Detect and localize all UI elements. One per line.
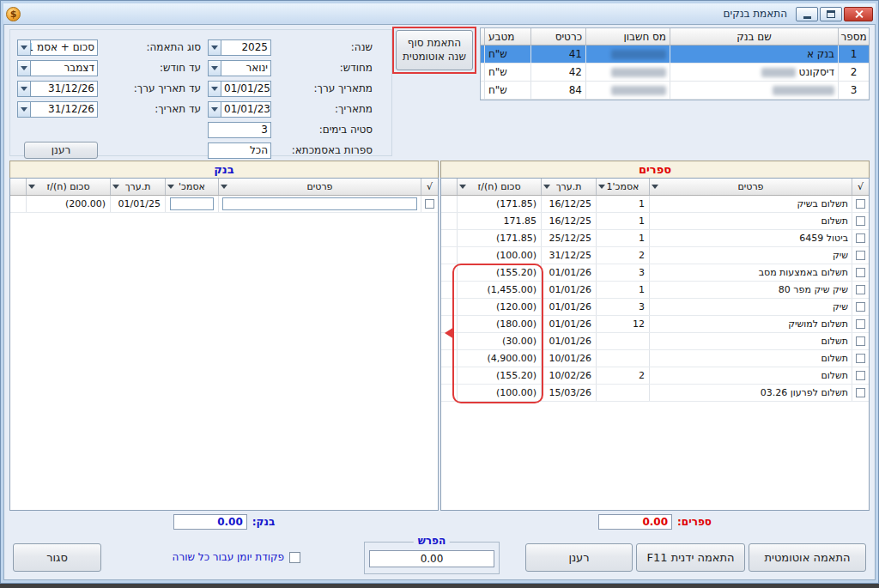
row-checkbox[interactable] <box>856 388 865 397</box>
details-input[interactable] <box>222 197 417 210</box>
days-deviation-input[interactable]: 3 <box>208 122 271 138</box>
chevron-down-icon <box>18 102 31 117</box>
cell-date: 01/01/26 <box>541 264 596 281</box>
row-checkbox[interactable] <box>856 233 865 243</box>
days-deviation-label: סטיה בימים: <box>271 124 373 136</box>
row-checkbox[interactable] <box>856 302 865 312</box>
year-select[interactable]: 2025 <box>208 39 271 56</box>
match-type-select[interactable]: סכום + אסמ 1 <box>17 39 98 56</box>
grid-row[interactable]: תשלום לפרעון 03.2615/03/26(100.00) <box>441 385 869 402</box>
grid-row[interactable]: תשלום בשיק116/12/25(171.85) <box>441 196 869 213</box>
from-month-label: מחודש: <box>271 62 373 74</box>
cell-amount: 171.85 <box>457 213 541 229</box>
grid-row[interactable]: תשלום10/01/26(4,900.00) <box>441 350 869 367</box>
grid-row[interactable]: 01/01/25(200.00) <box>10 196 438 213</box>
cell-ref <box>596 333 649 349</box>
cell-amount: (100.00) <box>457 247 541 264</box>
ref-digits-input[interactable]: הכל <box>208 142 271 159</box>
row-checkbox[interactable] <box>856 268 865 277</box>
filter-arrow-icon <box>598 185 605 192</box>
refresh-button[interactable]: רענן <box>525 543 633 572</box>
row-checkbox[interactable] <box>856 354 865 363</box>
to-month-select[interactable]: דצמבר <box>17 60 98 76</box>
column-header-amount[interactable]: סכום (ח)/ז <box>26 179 110 195</box>
books-panel-title: ספרים <box>440 161 870 178</box>
bank-account-row[interactable]: 384ש"ח <box>481 82 869 100</box>
from-value-date-select[interactable]: 01/01/25 <box>208 81 271 97</box>
form-refresh-button[interactable]: רענן <box>24 142 98 159</box>
from-month-select[interactable]: ינואר <box>208 60 271 76</box>
to-date-select[interactable]: 31/12/26 <box>17 101 98 118</box>
from-date-select[interactable]: 01/01/23 <box>208 101 271 118</box>
row-checkbox[interactable] <box>856 216 865 226</box>
auto-year-end-button[interactable]: התאמת סוף שנה אוטומטית <box>396 30 473 70</box>
cell-amount: (171.85) <box>457 196 541 212</box>
bank-accounts-header: מספר שם בנק מס חשבון כרטיס מטבע <box>481 28 869 45</box>
column-header-number: מספר <box>838 28 869 45</box>
cell-ref: 1 <box>596 282 649 298</box>
grid-row[interactable]: שיק231/12/25(100.00) <box>441 247 869 264</box>
bank-panel-title: בנק <box>9 161 439 178</box>
cell-ref: 1 <box>596 196 649 212</box>
cell-details: שיק <box>649 299 852 315</box>
auto-match-button[interactable]: התאמה אוטומטית <box>749 543 866 572</box>
chevron-down-icon <box>18 40 31 55</box>
grid-row[interactable]: שיק שיק מפר 80101/01/26(1,455.00) <box>441 282 869 299</box>
row-checkbox[interactable] <box>856 199 865 209</box>
filter-arrow-icon <box>112 185 119 192</box>
row-checkbox[interactable] <box>425 199 434 209</box>
ref-input[interactable] <box>170 197 214 210</box>
difference-value: 0.00 <box>369 550 494 567</box>
books-footer: ספרים: 0.00 <box>440 511 870 533</box>
column-header-amount[interactable]: סכום (ח)/ז <box>457 179 541 195</box>
column-header-ref[interactable]: אסמכ' <box>165 179 218 195</box>
column-header-details[interactable]: פרטים <box>649 179 852 195</box>
to-month-label: עד חודש: <box>106 62 201 74</box>
cell-date: 15/03/26 <box>541 385 596 401</box>
column-header-account: מס חשבון <box>585 28 670 45</box>
grid-row[interactable]: תשלום באמצעות מסב301/01/26(155.20) <box>441 264 869 282</box>
column-header-check[interactable]: √ <box>421 179 438 195</box>
grid-row[interactable]: תשלום01/01/26(30.00) <box>441 333 869 350</box>
column-header-check[interactable]: √ <box>852 179 869 195</box>
to-value-date-select[interactable]: 31/12/26 <box>17 81 98 97</box>
manual-match-button[interactable]: התאמה ידנית F11 <box>636 543 745 572</box>
minimize-button[interactable] <box>796 7 818 21</box>
bank-account-row[interactable]: 2דיסקונט42ש"ח <box>481 64 869 82</box>
cell-account <box>585 45 670 63</box>
column-header-date[interactable]: ת.ערך <box>541 179 596 195</box>
maximize-button[interactable] <box>820 7 842 21</box>
column-header-date[interactable]: ת.ערך <box>110 179 165 195</box>
cell-amount: (155.20) <box>457 264 541 281</box>
grid-row[interactable]: שיק301/01/26(120.00) <box>441 299 869 316</box>
row-checkbox[interactable] <box>856 371 865 380</box>
chevron-down-icon <box>18 61 31 76</box>
column-header-ref[interactable]: אסמכ'1 <box>596 179 649 195</box>
cell-amount: (1,455.00) <box>457 282 541 298</box>
chevron-down-icon <box>18 82 31 96</box>
app-icon: $ <box>6 7 21 21</box>
cell-amount: (4,900.00) <box>457 350 541 367</box>
cell-date: 01/01/26 <box>541 316 596 332</box>
grid-row[interactable]: ביטול 6459125/12/25(171.85) <box>441 230 869 247</box>
close-dialog-button[interactable]: סגור <box>13 543 101 572</box>
grid-row[interactable]: תשלום116/12/25171.85 <box>441 213 869 230</box>
column-header-details[interactable]: פרטים <box>218 179 421 195</box>
close-button[interactable] <box>844 7 873 21</box>
bank-panel: בנק √ פרטים אסמכ' ת.ערך סכום (ח)/ז 01/01… <box>9 161 439 533</box>
row-checkbox[interactable] <box>856 285 865 294</box>
bank-account-row[interactable]: 1בנק א41ש"ח <box>481 45 869 64</box>
cell-ref: 2 <box>596 367 649 384</box>
cell-ref: 1 <box>596 213 649 229</box>
cell-ref: 1 <box>596 230 649 246</box>
row-checkbox[interactable] <box>856 319 865 329</box>
ref-digits-label: ספרות באסמכתא: <box>271 144 373 156</box>
redacted-text <box>761 68 796 77</box>
grid-row[interactable]: תשלום למושיק1201/01/26(180.00) <box>441 316 869 333</box>
row-checkbox[interactable] <box>856 336 865 346</box>
journal-checkbox[interactable] <box>289 552 300 563</box>
to-date-label: עד תאריך: <box>106 103 201 115</box>
grid-row[interactable]: תשלום210/02/26(155.20) <box>441 367 869 385</box>
chevron-down-icon <box>209 82 221 96</box>
row-checkbox[interactable] <box>856 251 865 260</box>
